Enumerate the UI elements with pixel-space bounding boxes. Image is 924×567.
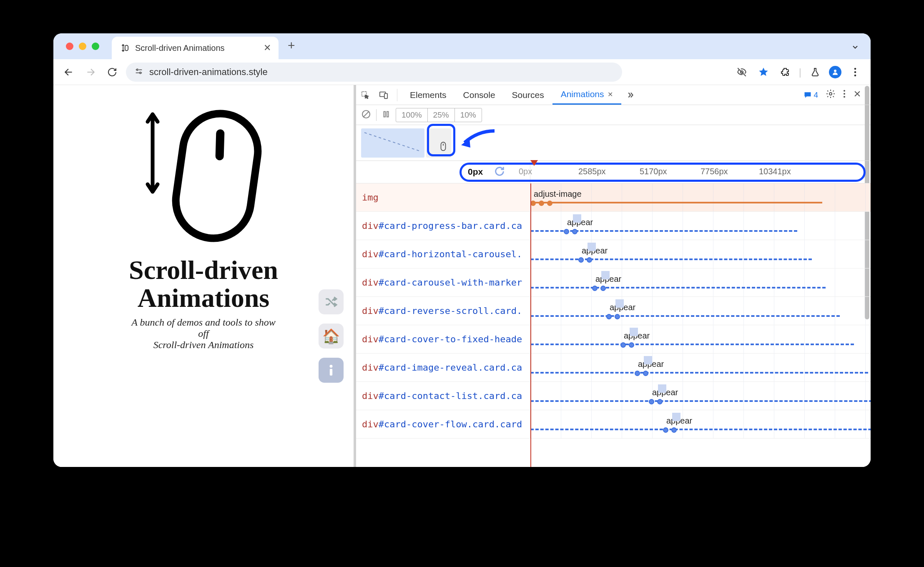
- extensions-icon[interactable]: [777, 64, 793, 80]
- animation-track[interactable]: appear: [530, 382, 871, 410]
- animation-segment[interactable]: appear: [606, 304, 631, 319]
- profile-avatar[interactable]: [829, 66, 841, 78]
- tab-console[interactable]: Console: [455, 85, 504, 105]
- updown-arrow-icon: [144, 109, 161, 197]
- animation-segment[interactable]: appear: [649, 389, 674, 404]
- tab-close-icon[interactable]: ✕: [264, 43, 271, 53]
- animation-track[interactable]: appear: [530, 410, 871, 438]
- animations-toolbar: 100% 25% 10%: [356, 105, 871, 125]
- element-selector: div#card-horizontal-carousel.: [356, 240, 530, 268]
- tab-sources[interactable]: Sources: [504, 85, 552, 105]
- animation-row[interactable]: div#card-reverse-scroll.card.appear: [356, 297, 871, 325]
- animation-segment[interactable]: appear: [564, 218, 589, 233]
- experiments-icon[interactable]: [807, 64, 823, 80]
- element-selector: div#card-contact-list.card.ca: [356, 382, 530, 410]
- animation-row[interactable]: div#card-progress-bar.card.caappear: [356, 212, 871, 240]
- nav-forward-button[interactable]: [83, 64, 98, 80]
- shuffle-button[interactable]: [319, 289, 344, 314]
- more-tabs-icon[interactable]: [621, 90, 640, 100]
- animation-segment[interactable]: appear: [592, 275, 617, 290]
- animation-row[interactable]: div#card-cover-to-fixed-headeappear: [356, 325, 871, 354]
- svg-point-18: [844, 96, 845, 98]
- page-title: Scroll-drivenAnimations: [128, 256, 279, 312]
- nav-reload-button[interactable]: [104, 64, 120, 80]
- browser-menu-icon[interactable]: [847, 64, 863, 80]
- tab-strip: Scroll-driven Animations ✕ +: [53, 33, 871, 59]
- replay-icon[interactable]: [494, 166, 505, 179]
- animation-segment[interactable]: appear: [578, 247, 603, 262]
- svg-point-7: [854, 74, 856, 76]
- svg-rect-14: [384, 93, 387, 98]
- devtools-menu-icon[interactable]: [843, 89, 846, 100]
- animation-group-thumb[interactable]: [361, 128, 424, 158]
- animation-track[interactable]: appear: [530, 325, 871, 353]
- clear-icon[interactable]: [361, 109, 371, 121]
- close-window-icon[interactable]: [66, 43, 73, 50]
- tab-elements[interactable]: Elements: [402, 85, 455, 105]
- animation-segment[interactable]: appear: [635, 360, 660, 375]
- animation-segment[interactable]: adjust-image: [530, 190, 822, 205]
- animation-track[interactable]: appear: [530, 268, 871, 296]
- animation-row[interactable]: div#card-carousel-with-markerappear: [356, 268, 871, 297]
- window-controls: [53, 43, 99, 59]
- page-subtitle: A bunch of demos and tools to show offSc…: [128, 317, 279, 351]
- animation-track[interactable]: appear: [530, 212, 871, 240]
- inspect-icon[interactable]: [356, 90, 374, 100]
- speed-25[interactable]: 25%: [428, 108, 455, 122]
- animation-row[interactable]: div#card-horizontal-carousel.appear: [356, 240, 871, 268]
- info-button[interactable]: [319, 358, 344, 383]
- browser-toolbar: scroll-driven-animations.style |: [53, 59, 871, 85]
- element-selector: img: [356, 183, 530, 211]
- bookmark-icon[interactable]: [756, 64, 771, 80]
- element-selector: div#card-progress-bar.card.ca: [356, 212, 530, 240]
- page-hero: Scroll-drivenAnimations A bunch of demos…: [128, 256, 279, 351]
- playhead-icon[interactable]: [530, 160, 538, 168]
- maximize-window-icon[interactable]: [92, 43, 99, 50]
- speed-selector: 100% 25% 10%: [396, 108, 482, 122]
- animation-name: adjust-image: [534, 189, 582, 199]
- annotation-highlight: [427, 124, 455, 156]
- close-icon[interactable]: ✕: [608, 90, 613, 98]
- svg-line-9: [217, 133, 223, 156]
- speed-10[interactable]: 10%: [455, 108, 482, 122]
- speed-100[interactable]: 100%: [396, 108, 428, 122]
- animation-row[interactable]: div#card-contact-list.card.caappear: [356, 382, 871, 410]
- svg-point-5: [854, 68, 856, 70]
- timeline-ruler[interactable]: 0px 0px 2585px5170px7756px10341px: [356, 161, 871, 183]
- animation-groups: [356, 125, 871, 161]
- playhead-line: [530, 183, 531, 467]
- nav-back-button[interactable]: [61, 64, 77, 80]
- svg-point-1: [137, 69, 138, 70]
- site-settings-icon[interactable]: [134, 67, 143, 78]
- devtools-close-icon[interactable]: [853, 90, 861, 100]
- animation-track[interactable]: adjust-image: [530, 183, 871, 211]
- address-bar[interactable]: scroll-driven-animations.style: [126, 63, 622, 82]
- svg-point-16: [844, 90, 845, 92]
- minimize-window-icon[interactable]: [79, 43, 86, 50]
- tabs-overflow-icon[interactable]: [849, 41, 861, 53]
- animation-track[interactable]: appear: [530, 297, 871, 325]
- ruler-origin: 0px: [468, 167, 483, 177]
- browser-tab[interactable]: Scroll-driven Animations ✕: [112, 37, 279, 59]
- svg-point-15: [829, 93, 832, 95]
- hide-extension-icon[interactable]: [734, 64, 750, 80]
- animation-row[interactable]: div#card-cover-flow.card.cardappear: [356, 410, 871, 439]
- favicon-icon: [119, 43, 129, 53]
- animation-row[interactable]: imgadjust-image: [356, 183, 871, 212]
- settings-icon[interactable]: [826, 89, 836, 101]
- tab-animations[interactable]: Animations✕: [552, 85, 621, 105]
- pause-icon[interactable]: [382, 110, 391, 120]
- new-tab-button[interactable]: +: [279, 38, 304, 59]
- svg-point-2: [140, 72, 141, 73]
- animation-track[interactable]: appear: [530, 354, 871, 381]
- annotation-highlight: [459, 163, 866, 182]
- animation-segment[interactable]: appear: [663, 417, 688, 432]
- device-toggle-icon[interactable]: [374, 90, 393, 100]
- home-button[interactable]: 🏠: [319, 324, 344, 349]
- svg-rect-20: [384, 111, 386, 117]
- animation-row[interactable]: div#card-image-reveal.card.caappear: [356, 354, 871, 382]
- messages-badge[interactable]: 4: [803, 90, 818, 100]
- mouse-icon: [171, 109, 263, 243]
- animation-track[interactable]: appear: [530, 240, 871, 268]
- animation-segment[interactable]: appear: [620, 332, 645, 347]
